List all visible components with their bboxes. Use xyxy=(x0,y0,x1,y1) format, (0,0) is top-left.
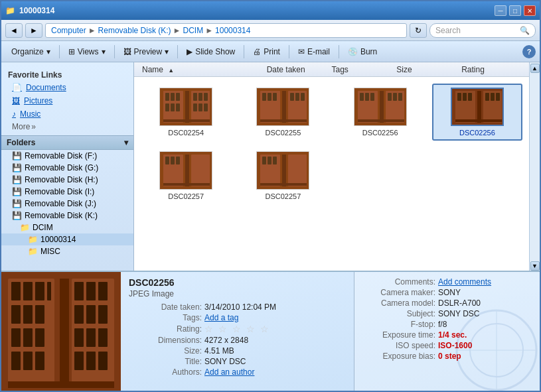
close-button[interactable]: ✕ xyxy=(524,5,536,16)
folder-misc[interactable]: 📁 MISC xyxy=(1,245,133,257)
sidebar-item-pictures[interactable]: 🖼 Pictures xyxy=(1,94,133,107)
column-headers: Name ▲ Date taken Tags Size Rating xyxy=(134,62,529,77)
path-folder[interactable]: 10000314 xyxy=(215,26,250,35)
thumb-label-dsc02254: DSC02254 xyxy=(168,129,204,137)
col-date[interactable]: Date taken xyxy=(264,65,329,74)
value-date: 3/14/2010 12:04 PM xyxy=(204,302,276,312)
folder-dcim[interactable]: 📁 DCIM xyxy=(1,222,133,233)
scroll-up-button[interactable]: ▲ xyxy=(530,64,540,73)
folder-removable-i[interactable]: 💾 Removable Disk (I:) xyxy=(1,186,133,198)
thumb-img-dsc02255 xyxy=(256,88,309,126)
thumb-dsc02255[interactable]: DSC02255 xyxy=(238,84,328,141)
value-iso: ISO-1600 xyxy=(438,341,472,350)
email-button[interactable]: ✉ E-mail xyxy=(292,44,336,60)
print-label: Print xyxy=(264,47,280,56)
more-label: More xyxy=(12,122,30,131)
documents-icon: 📄 xyxy=(12,83,22,92)
thumb-dsc02254[interactable]: DSC02254 xyxy=(141,84,231,141)
svg-rect-84 xyxy=(23,328,33,347)
svg-rect-60 xyxy=(282,155,286,186)
maximize-button[interactable]: □ xyxy=(509,5,521,16)
folder-removable-h[interactable]: 💾 Removable Disk (H:) xyxy=(1,174,133,186)
scrollbar-v[interactable]: ▲ ▼ xyxy=(529,62,540,271)
thumb-label-dsc02256a: DSC02256 xyxy=(362,129,398,137)
thumb-dsc02257a[interactable]: DSC02257 xyxy=(141,147,231,204)
col-size[interactable]: Size xyxy=(394,65,459,74)
svg-rect-77 xyxy=(11,305,21,324)
info-row-model: Camera model: DSLR-A700 xyxy=(362,298,532,308)
toolbar: Organize ▾ ⊞ Views ▾ 🖼 Preview ▾ ▶ Slide… xyxy=(1,41,540,62)
folder-label-10000314: 10000314 xyxy=(40,235,76,244)
thumb-dsc02256-selected[interactable]: DSC02256 xyxy=(432,84,522,141)
label-title: Title: xyxy=(129,357,202,366)
slideshow-button[interactable]: ▶ Slide Show xyxy=(181,44,241,60)
col-rating[interactable]: Rating xyxy=(459,65,524,74)
svg-rect-4 xyxy=(165,93,169,101)
thumb-dsc02257b[interactable]: DSC02257 xyxy=(238,147,328,204)
value-authors[interactable]: Add an author xyxy=(204,367,254,377)
search-icon: 🔍 xyxy=(520,26,530,35)
search-box[interactable]: Search 🔍 xyxy=(429,23,536,38)
burn-button[interactable]: 💿 Burn xyxy=(342,44,383,60)
info-row-dimensions: Dimensions: 4272 x 2848 xyxy=(129,336,346,345)
col-tags[interactable]: Tags xyxy=(329,65,394,74)
path-disk[interactable]: Removable Disk (K:) xyxy=(98,26,171,35)
svg-rect-72 xyxy=(35,282,44,300)
value-comments[interactable]: Add comments xyxy=(438,277,491,287)
thumb-img-dsc02256 xyxy=(354,88,407,126)
title-bar-controls: ─ □ ✕ xyxy=(495,5,536,16)
folder-10000314[interactable]: 📁 10000314 xyxy=(1,233,133,245)
svg-rect-62 xyxy=(262,157,266,164)
value-size: 4.51 MB xyxy=(204,346,234,356)
svg-rect-33 xyxy=(365,93,369,101)
thumb-img-dsc02256-selected xyxy=(451,88,504,126)
folders-header[interactable]: Folders ▾ xyxy=(1,135,133,150)
info-row-fstop: F-stop: f/8 xyxy=(362,320,532,329)
folders-title: Folders xyxy=(7,138,35,147)
svg-rect-6 xyxy=(176,93,180,101)
folder-removable-j[interactable]: 💾 Removable Disk (J:) xyxy=(1,198,133,210)
svg-rect-94 xyxy=(98,352,108,370)
scroll-down-button[interactable]: ▼ xyxy=(530,261,540,271)
sidebar-item-music[interactable]: ♪ Music xyxy=(1,107,133,121)
info-row-bias: Exposure bias: 0 step xyxy=(362,352,532,361)
folder-removable-g[interactable]: 💾 Removable Disk (G:) xyxy=(1,162,133,174)
svg-rect-90 xyxy=(23,352,33,370)
address-path[interactable]: Computer ► Removable Disk (K:) ► DCIM ► … xyxy=(45,23,407,38)
print-button[interactable]: 🖨 Print xyxy=(247,44,286,60)
path-computer[interactable]: Computer xyxy=(51,26,86,35)
path-dcim[interactable]: DCIM xyxy=(183,26,204,35)
folder-icon-dcim: 📁 xyxy=(20,223,30,232)
svg-rect-24 xyxy=(290,93,294,101)
folder-label-k: Removable Disk (K:) xyxy=(25,211,98,220)
info-row-maker: Camera maker: SONY xyxy=(362,288,532,297)
svg-rect-88 xyxy=(98,328,108,347)
views-button[interactable]: ⊞ Views ▾ xyxy=(62,44,112,60)
file-area-wrapper: Name ▲ Date taken Tags Size Rating xyxy=(134,62,540,271)
value-tags[interactable]: Add a tag xyxy=(204,313,238,322)
file-area: Name ▲ Date taken Tags Size Rating xyxy=(134,62,529,271)
more-link[interactable]: More » xyxy=(1,121,133,133)
folder-removable-f[interactable]: 💾 Removable Disk (F:) xyxy=(1,150,133,162)
preview-button[interactable]: 🖼 Preview ▾ xyxy=(117,44,175,60)
organize-arrow: ▾ xyxy=(46,47,50,56)
label-authors: Authors: xyxy=(129,367,202,377)
thumb-dsc02256[interactable]: DSC02256 xyxy=(335,84,425,141)
col-name[interactable]: Name ▲ xyxy=(139,65,264,74)
svg-rect-57 xyxy=(163,183,210,186)
info-panel: DSC02256 JPEG Image Date taken: 3/14/201… xyxy=(1,271,540,392)
help-button[interactable]: ? xyxy=(522,45,536,58)
organize-button[interactable]: Organize ▾ xyxy=(5,44,56,60)
folder-label-dcim: DCIM xyxy=(33,223,53,232)
folder-removable-k[interactable]: 💾 Removable Disk (K:) xyxy=(1,210,133,222)
refresh-button[interactable]: ↻ xyxy=(410,23,427,38)
sidebar-item-documents[interactable]: 📄 Documents xyxy=(1,81,133,94)
disk-icon-i: 💾 xyxy=(12,187,22,196)
forward-button[interactable]: ► xyxy=(25,23,42,38)
info-row-size: Size: 4.51 MB xyxy=(129,346,346,356)
value-rating[interactable]: ☆ ☆ ☆ ☆ ☆ xyxy=(204,324,270,334)
folder-label-misc: MISC xyxy=(40,247,60,256)
back-button[interactable]: ◄ xyxy=(5,23,23,38)
minimize-button[interactable]: ─ xyxy=(495,5,506,16)
folder-label-h: Removable Disk (H:) xyxy=(25,175,98,184)
